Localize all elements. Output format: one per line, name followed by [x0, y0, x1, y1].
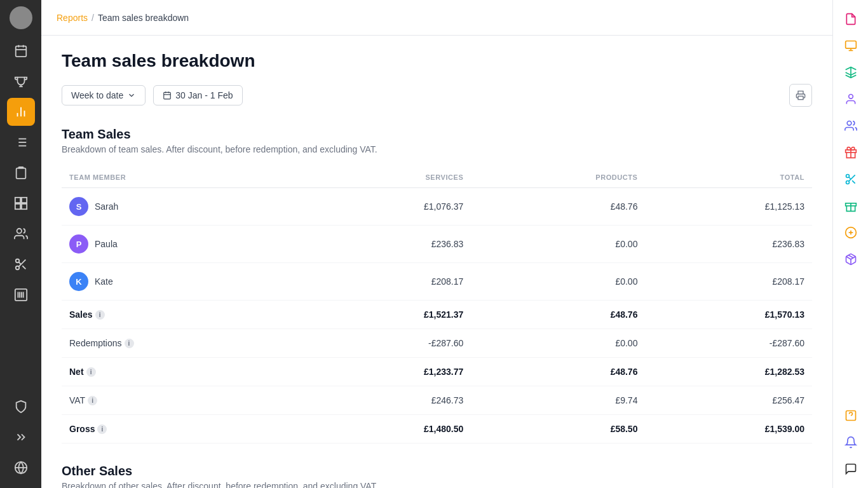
summary-services: £246.73 [304, 386, 471, 415]
team-sales-section: Team Sales Breakdown of team sales. Afte… [62, 127, 812, 444]
svg-rect-14 [15, 198, 20, 203]
summary-row: Gross i £1,480.50 £58.50 £1,539.00 [62, 415, 812, 444]
info-icon[interactable]: i [125, 339, 134, 348]
sidebar-item-layout[interactable] [7, 189, 35, 217]
rail-money-icon[interactable] [838, 220, 864, 245]
rail-gift2-icon[interactable] [838, 193, 864, 219]
rail-package-icon[interactable] [838, 247, 864, 272]
other-sales-section: Other Sales Breakdown of other sales. Af… [62, 464, 812, 488]
rail-person-icon[interactable] [838, 86, 864, 112]
rail-register-icon[interactable] [838, 33, 864, 58]
member-name: Kate [95, 276, 113, 287]
member-cell: P Paula [62, 226, 304, 263]
svg-line-22 [22, 266, 25, 269]
topbar: Reports / Team sales breakdown [41, 0, 832, 36]
member-services: £1,076.37 [304, 188, 471, 226]
summary-services: -£287.60 [304, 329, 471, 358]
table-row: S Sarah £1,076.37 £48.76 £1,125.13 [62, 188, 812, 226]
period-filter-label: Week to date [71, 90, 123, 100]
svg-rect-0 [15, 46, 26, 57]
content-area: Team sales breakdown Week to date 30 Jan… [41, 36, 832, 488]
summary-label: Sales i [62, 301, 304, 329]
svg-point-40 [847, 121, 851, 126]
right-rail [832, 0, 868, 488]
summary-label: Net i [62, 358, 304, 386]
svg-point-43 [846, 175, 849, 178]
summary-services: £1,521.37 [304, 301, 471, 329]
sidebar-item-scissors[interactable] [7, 250, 35, 278]
svg-point-39 [848, 95, 853, 99]
summary-row: Sales i £1,521.37 £48.76 £1,570.13 [62, 301, 812, 329]
member-services: £236.83 [304, 226, 471, 263]
sidebar-item-list[interactable] [7, 128, 35, 156]
team-sales-table: TEAM MEMBER SERVICES PRODUCTS TOTAL S Sa… [62, 167, 812, 444]
sidebar-item-users[interactable] [7, 220, 35, 248]
rail-question-icon[interactable] [838, 403, 864, 428]
summary-total: £1,539.00 [645, 415, 812, 444]
info-icon[interactable]: i [86, 367, 96, 377]
member-products: £48.76 [471, 188, 645, 226]
rail-scales-icon[interactable] [838, 60, 864, 85]
summary-row: VAT i £246.73 £9.74 £256.47 [62, 386, 812, 415]
rail-bell-icon[interactable] [838, 430, 864, 455]
rail-chat-icon[interactable] [838, 456, 864, 482]
summary-label: Redemptions i [62, 329, 304, 358]
svg-point-20 [15, 266, 19, 270]
member-services: £208.17 [304, 263, 471, 301]
member-products: £0.00 [471, 263, 645, 301]
svg-line-46 [852, 180, 855, 184]
period-filter-button[interactable]: Week to date [62, 85, 146, 105]
date-filter-button[interactable]: 30 Jan - 1 Feb [153, 85, 242, 105]
sidebar-bottom [7, 393, 35, 482]
team-sales-title: Team Sales [62, 127, 812, 142]
member-total: £1,125.13 [645, 188, 812, 226]
summary-products: £48.76 [471, 358, 645, 386]
summary-total: £1,570.13 [645, 301, 812, 329]
info-icon[interactable]: i [88, 396, 97, 405]
summary-total: £256.47 [645, 386, 812, 415]
col-header-member: TEAM MEMBER [62, 167, 304, 188]
avatar[interactable] [10, 6, 32, 29]
rail-gift-icon[interactable] [838, 140, 864, 165]
breadcrumb-current: Team sales breakdown [98, 13, 189, 23]
svg-line-53 [848, 255, 853, 258]
table-row: P Paula £236.83 £0.00 £236.83 [62, 226, 812, 263]
sidebar-item-reports[interactable] [7, 98, 35, 126]
member-total: £236.83 [645, 226, 812, 263]
svg-rect-16 [15, 204, 20, 209]
chevron-down-icon [127, 91, 136, 100]
svg-line-47 [848, 177, 850, 179]
member-avatar: P [69, 234, 88, 254]
sidebar-item-trophy[interactable] [7, 67, 35, 95]
sidebar-item-expand[interactable] [7, 423, 35, 451]
info-icon[interactable]: i [95, 310, 105, 320]
rail-people-icon[interactable] [838, 113, 864, 139]
sidebar-item-globe[interactable] [7, 454, 35, 482]
summary-label: VAT i [62, 386, 304, 415]
summary-products: £58.50 [471, 415, 645, 444]
print-button[interactable] [789, 84, 812, 107]
col-header-services: SERVICES [304, 167, 471, 188]
rail-reports-icon[interactable] [838, 6, 864, 32]
filter-bar: Week to date 30 Jan - 1 Feb [62, 84, 812, 107]
info-icon[interactable]: i [97, 424, 107, 434]
member-total: £208.17 [645, 263, 812, 301]
svg-line-23 [18, 262, 21, 264]
svg-rect-35 [798, 96, 803, 99]
sidebar-item-calendar[interactable] [7, 37, 35, 65]
summary-services: £1,480.50 [304, 415, 471, 444]
breadcrumb-reports-link[interactable]: Reports [57, 13, 88, 23]
rail-scissors-icon[interactable] [838, 166, 864, 192]
svg-rect-36 [845, 41, 856, 49]
sidebar-item-barcode[interactable] [7, 281, 35, 309]
breadcrumb: Reports / Team sales breakdown [57, 13, 189, 23]
page-title: Team sales breakdown [62, 51, 812, 71]
sidebar-item-shield[interactable] [7, 393, 35, 421]
svg-rect-13 [16, 168, 25, 179]
sidebar-item-clipboard[interactable] [7, 159, 35, 187]
member-avatar: S [69, 197, 88, 216]
svg-rect-15 [21, 198, 26, 203]
member-cell: S Sarah [62, 188, 304, 226]
other-sales-title: Other Sales [62, 464, 812, 478]
member-cell: K Kate [62, 263, 304, 301]
